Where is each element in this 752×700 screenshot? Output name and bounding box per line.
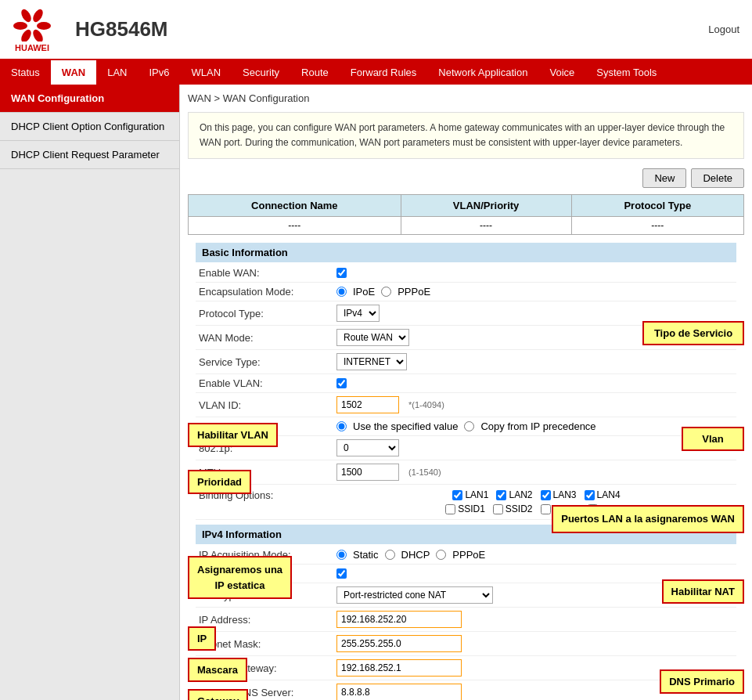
enable-vlan-label: Enable VLAN: (196, 377, 336, 389)
nav-forward-rules[interactable]: Forward Rules (340, 60, 428, 85)
ip-pppoe-label: PPPoE (452, 549, 485, 561)
nav-network-application[interactable]: Network Application (427, 60, 538, 85)
lan1-label: LAN1 (465, 489, 488, 500)
ssid2-checkbox[interactable] (493, 504, 503, 514)
annotation-habilitar-vlan: Habilitar VLAN (188, 423, 278, 447)
service-type-select[interactable]: INTERNET (336, 353, 407, 370)
ssid3-checkbox[interactable] (541, 504, 551, 514)
lan2-checkbox[interactable] (496, 490, 506, 500)
table-dash-3: ---- (571, 217, 743, 235)
annotation-gateway: Gateway (188, 689, 248, 700)
nav-voice[interactable]: Voice (538, 60, 585, 85)
nat-type-select[interactable]: Port-restricted cone NAT (336, 586, 493, 604)
info-box: On this page, you can configure WAN port… (188, 112, 744, 159)
ip-dhcp-radio[interactable] (385, 550, 395, 560)
sidebar-item-dhcp-request[interactable]: DHCP Client Request Parameter (0, 141, 179, 169)
service-type-row: Service Type: INTERNET (196, 350, 736, 374)
annotation-puertos-lan: Puertos LAN a la asignaremos WAN (552, 505, 744, 533)
ip-address-input[interactable] (336, 611, 462, 628)
annotation-mascara: Mascara (188, 658, 247, 682)
nav-wlan[interactable]: WLAN (181, 60, 232, 85)
primary-dns-input[interactable] (336, 684, 462, 700)
subnet-mask-input[interactable] (336, 635, 462, 652)
lan2-label: LAN2 (509, 489, 532, 500)
ssid1-checkbox[interactable] (445, 504, 455, 514)
delete-button[interactable]: Delete (691, 168, 744, 188)
logo-text: HUAWEI (15, 43, 49, 52)
svg-point-4 (20, 28, 34, 41)
ip-address-label: IP Address: (196, 614, 336, 626)
nav-status[interactable]: Status (0, 60, 51, 85)
default-gw-row: Default Gateway: (196, 656, 736, 680)
nav-route[interactable]: Route (290, 60, 340, 85)
vlan-id-hint: *(1-4094) (408, 400, 444, 410)
annotation-habilitar-nat: Habilitar NAT (662, 579, 744, 604)
lan4-checkbox[interactable] (585, 490, 595, 500)
annotation-vlan: Vlan (682, 427, 744, 451)
enable-vlan-row: Enable VLAN: (196, 374, 736, 393)
ip-static-radio[interactable] (336, 550, 347, 560)
mtu-input[interactable] (336, 464, 399, 481)
sidebar-item-wan-config[interactable]: WAN Configuration (0, 85, 179, 113)
nav-ipv6[interactable]: IPv6 (139, 60, 181, 85)
enable-wan-row: Enable WAN: (196, 264, 736, 283)
lan3-checkbox[interactable] (541, 490, 551, 500)
policy-specified-label: Use the specified value (353, 420, 458, 432)
ip-address-row: IP Address: (196, 608, 736, 632)
logo-area: HUAWEI (13, 6, 52, 52)
enable-vlan-checkbox[interactable] (336, 378, 347, 388)
annotation-dns-primario: DNS Primario (660, 669, 744, 694)
vlan-id-input[interactable] (336, 396, 399, 413)
protocol-type-select[interactable]: IPv4 (336, 305, 380, 322)
p802-select[interactable]: 0 (336, 439, 399, 456)
lan4-label: LAN4 (597, 489, 621, 500)
wan-mode-select[interactable]: Route WAN (336, 329, 409, 346)
mtu-row: MTU: (1-1540) (196, 460, 736, 485)
huawei-logo-icon (13, 6, 52, 41)
breadcrumb: WAN > WAN Configuration (188, 92, 744, 104)
encap-ipoE-radio[interactable] (336, 287, 347, 297)
col-connection-name: Connection Name (189, 195, 401, 217)
vlan-id-label: VLAN ID: (196, 399, 336, 411)
annotation-tipo-servicio: Tipo de Servicio (642, 321, 744, 345)
nav-wan[interactable]: WAN (51, 60, 96, 85)
subnet-mask-label: Subnet Mask: (196, 638, 336, 650)
encap-pppoe-radio[interactable] (381, 287, 391, 297)
policy-copy-radio[interactable] (464, 421, 474, 431)
device-name: HG8546M (75, 17, 708, 41)
svg-point-2 (37, 22, 51, 30)
service-type-label: Service Type: (196, 356, 336, 368)
table-dash-2: ---- (401, 217, 571, 235)
annotation-prioridad: Prioridad (188, 470, 251, 494)
svg-point-0 (20, 8, 34, 24)
nav-security[interactable]: Security (232, 60, 290, 85)
logout-button[interactable]: Logout (708, 23, 739, 35)
svg-point-5 (13, 22, 27, 30)
enable-wan-checkbox[interactable] (336, 268, 347, 278)
new-button[interactable]: New (642, 168, 686, 188)
encap-pppoe-label: PPPoE (398, 286, 430, 298)
col-vlan-priority: VLAN/Priority (401, 195, 571, 217)
default-gw-input[interactable] (336, 659, 462, 677)
sidebar-item-dhcp-option[interactable]: DHCP Client Option Configuration (0, 113, 179, 141)
basic-info-title: Basic Information (196, 243, 736, 262)
ssid1-label: SSID1 (458, 503, 485, 514)
lan3-label: LAN3 (553, 489, 577, 500)
encap-mode-row: Encapsulation Mode: IPoE PPPoE (196, 283, 736, 301)
main-nav: Status WAN LAN IPv6 WLAN Security Route … (0, 60, 752, 85)
policy-specified-radio[interactable] (336, 421, 347, 431)
sidebar: WAN Configuration DHCP Client Option Con… (0, 85, 180, 700)
enable-nat-checkbox[interactable] (336, 568, 347, 579)
policy-copy-label: Copy from IP precedence (480, 420, 595, 432)
ip-static-label: Static (353, 549, 379, 561)
table-dash-1: ---- (189, 217, 401, 235)
nav-lan[interactable]: LAN (96, 60, 138, 85)
lan1-checkbox[interactable] (452, 490, 462, 500)
col-protocol-type: Protocol Type (571, 195, 743, 217)
mtu-hint: (1-1540) (408, 467, 441, 477)
nav-system-tools[interactable]: System Tools (585, 60, 667, 85)
subnet-mask-row: Subnet Mask: (196, 632, 736, 656)
ip-pppoe-radio[interactable] (436, 550, 446, 560)
svg-point-1 (31, 8, 45, 24)
ip-dhcp-label: DHCP (401, 549, 430, 561)
